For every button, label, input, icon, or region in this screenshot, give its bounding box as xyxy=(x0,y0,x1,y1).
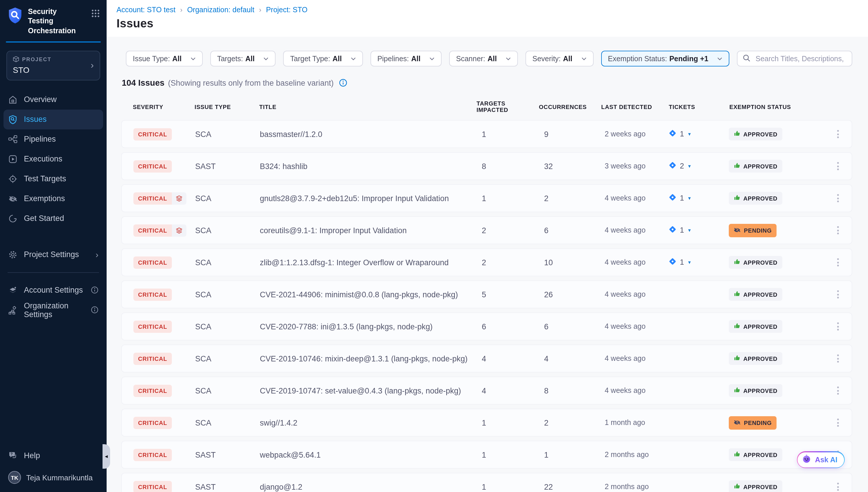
module-grid-icon[interactable] xyxy=(91,9,100,20)
breadcrumb-project-link[interactable]: Project: STO xyxy=(266,6,308,14)
issues-content: Issue Type:All Targets:All Target Type:A… xyxy=(107,37,868,492)
occurrences-cell: 10 xyxy=(538,258,600,267)
gear-icon xyxy=(8,250,18,260)
table-row[interactable]: CRITICAL SCA CVE-2019-10746: mixin-deep@… xyxy=(121,345,852,372)
sidebar-settings-group: Project Settings › Account Settings Orga… xyxy=(0,245,107,320)
table-row[interactable]: CRITICAL SCA zlib@1:1.2.13.dfsg-1: Integ… xyxy=(121,248,852,276)
sidebar-collapse-handle[interactable]: ◀ xyxy=(103,444,110,469)
occurrences-cell: 26 xyxy=(538,290,600,299)
row-menu-button[interactable] xyxy=(831,127,845,141)
filter-exemption-status[interactable]: Exemption Status:Pending +1 xyxy=(601,51,729,67)
table-row[interactable]: CRITICAL SAST django@1.2 1 22 2 months a… xyxy=(121,473,852,492)
filter-targets[interactable]: Targets:All xyxy=(210,51,275,67)
search-input[interactable] xyxy=(755,54,846,63)
ticket-group[interactable]: 2 ▾ xyxy=(668,161,691,171)
filter-issue-type[interactable]: Issue Type:All xyxy=(126,51,203,67)
table-row[interactable]: CRITICAL SCA bassmaster//1.2.0 1 9 2 wee… xyxy=(121,120,852,148)
chevron-down-icon xyxy=(581,57,586,60)
issue-title[interactable]: bassmaster//1.2.0 xyxy=(260,130,475,139)
exemption-status-cell: APPROVED xyxy=(725,128,828,141)
chevron-right-icon: › xyxy=(180,6,182,14)
table-row[interactable]: CRITICAL SCA CVE-2019-10747: set-value@0… xyxy=(121,376,852,404)
issue-title[interactable]: B324: hashlib xyxy=(260,162,475,171)
sidebar-item-get-started[interactable]: Get Started xyxy=(0,209,107,228)
row-menu-button[interactable] xyxy=(831,191,845,205)
severity-badge: CRITICAL xyxy=(133,288,172,300)
issues-table: SEVERITY ISSUE TYPE TITLE TARGETS IMPACT… xyxy=(121,100,852,492)
issue-title[interactable]: CVE-2021-44906: minimist@0.0.8 (lang-pkg… xyxy=(260,290,475,299)
sidebar-item-overview[interactable]: Overview xyxy=(0,90,107,109)
sidebar-item-test-targets[interactable]: Test Targets xyxy=(0,169,107,189)
sidebar-item-organization-settings[interactable]: Organization Settings xyxy=(0,300,107,320)
row-menu-button[interactable] xyxy=(831,351,845,366)
occurrences-cell: 32 xyxy=(538,162,600,171)
info-icon[interactable] xyxy=(91,287,99,294)
table-row[interactable]: CRITICAL SCA coreutils@9.1-1: Improper I… xyxy=(121,216,852,244)
info-icon[interactable] xyxy=(91,306,99,314)
sidebar-item-pipelines[interactable]: Pipelines xyxy=(0,129,107,149)
issue-title[interactable]: swig//1.4.2 xyxy=(260,418,475,427)
issue-title[interactable]: django@1.2 xyxy=(260,483,475,491)
ask-ai-label: Ask AI xyxy=(815,456,837,464)
ticket-group[interactable]: 1 ▾ xyxy=(668,193,691,203)
issue-title[interactable]: CVE-2019-10746: mixin-deep@1.3.1 (lang-p… xyxy=(260,354,475,363)
table-row[interactable]: CRITICAL SCA swig//1.4.2 1 2 1 month ago… xyxy=(121,409,852,437)
row-menu-button[interactable] xyxy=(831,384,845,398)
row-menu-button[interactable] xyxy=(831,223,845,237)
occurrences-cell: 9 xyxy=(538,130,600,139)
help-button[interactable]: ? Help xyxy=(0,445,107,465)
filter-severity[interactable]: Severity:All xyxy=(525,51,593,67)
row-actions-cell xyxy=(828,191,852,205)
sidebar-item-issues[interactable]: Issues xyxy=(3,109,103,129)
chevron-right-icon: › xyxy=(90,61,94,70)
severity-cell: CRITICAL xyxy=(122,192,195,204)
eye-off-icon xyxy=(733,226,741,235)
filter-pipelines[interactable]: Pipelines:All xyxy=(370,51,441,67)
project-selector[interactable]: PROJECT STO › xyxy=(6,51,100,80)
ticket-group[interactable]: 1 ▾ xyxy=(668,257,691,267)
table-row[interactable]: CRITICAL SAST B324: hashlib 8 32 3 weeks… xyxy=(121,152,852,180)
row-menu-button[interactable] xyxy=(831,319,845,334)
severity-cell: CRITICAL xyxy=(122,448,195,461)
filter-scanner[interactable]: Scanner:All xyxy=(449,51,518,67)
row-menu-button[interactable] xyxy=(831,255,845,269)
occurrences-cell: 2 xyxy=(538,418,600,427)
issue-title[interactable]: gnutls28@3.7.9-2+deb12u5: Improper Input… xyxy=(260,194,475,202)
tickets-cell: 1 ▾ xyxy=(663,193,725,204)
table-row[interactable]: CRITICAL SAST webpack@5.64.1 1 1 2 month… xyxy=(121,441,852,469)
info-icon[interactable] xyxy=(339,79,347,87)
issue-title[interactable]: zlib@1:1.2.13.dfsg-1: Integer Overflow o… xyxy=(260,258,475,267)
status-badge-approved: APPROVED xyxy=(729,384,782,397)
issue-title[interactable]: CVE-2019-10747: set-value@0.4.3 (lang-pk… xyxy=(260,386,475,395)
row-actions-cell xyxy=(828,159,852,173)
sidebar-item-project-settings[interactable]: Project Settings › xyxy=(0,245,107,265)
table-row[interactable]: CRITICAL SCA CVE-2020-7788: ini@1.3.5 (l… xyxy=(121,313,852,340)
sidebar-item-exemptions[interactable]: Exemptions xyxy=(0,189,107,209)
filter-target-type[interactable]: Target Type:All xyxy=(283,51,363,67)
ask-ai-button[interactable]: Ask AI xyxy=(797,451,845,468)
table-row[interactable]: CRITICAL SCA gnutls28@3.7.9-2+deb12u5: I… xyxy=(121,184,852,212)
row-menu-button[interactable] xyxy=(831,159,845,173)
row-menu-button[interactable] xyxy=(831,287,845,301)
sidebar-item-executions[interactable]: Executions xyxy=(0,149,107,169)
row-menu-button[interactable] xyxy=(831,416,845,429)
chevron-down-icon xyxy=(190,57,195,60)
severity-badge: CRITICAL xyxy=(133,481,172,492)
ticket-group[interactable]: 1 ▾ xyxy=(668,128,691,139)
issue-title[interactable]: webpack@5.64.1 xyxy=(260,450,475,459)
last-detected-cell: 4 weeks ago xyxy=(600,258,663,266)
sidebar-item-account-settings[interactable]: Account Settings xyxy=(0,280,107,300)
targets-impacted-cell: 1 xyxy=(475,450,538,459)
status-badge-approved: APPROVED xyxy=(729,320,782,333)
table-row[interactable]: CRITICAL SCA CVE-2021-44906: minimist@0.… xyxy=(121,280,852,309)
ticket-group[interactable]: 1 ▾ xyxy=(668,225,691,235)
last-detected-cell: 2 weeks ago xyxy=(600,130,663,138)
issue-title[interactable]: coreutils@9.1-1: Improper Input Validati… xyxy=(260,226,475,235)
breadcrumb-organization-link[interactable]: Organization: default xyxy=(187,6,254,14)
row-menu-button[interactable] xyxy=(831,480,845,492)
occurrences-cell: 4 xyxy=(538,354,600,363)
tickets-cell: 2 ▾ xyxy=(663,161,725,172)
breadcrumb-account-link[interactable]: Account: STO test xyxy=(116,6,175,14)
issue-title[interactable]: CVE-2020-7788: ini@1.3.5 (lang-pkgs, nod… xyxy=(260,322,475,331)
user-menu[interactable]: TK Teja Kummarikuntla xyxy=(0,465,107,486)
